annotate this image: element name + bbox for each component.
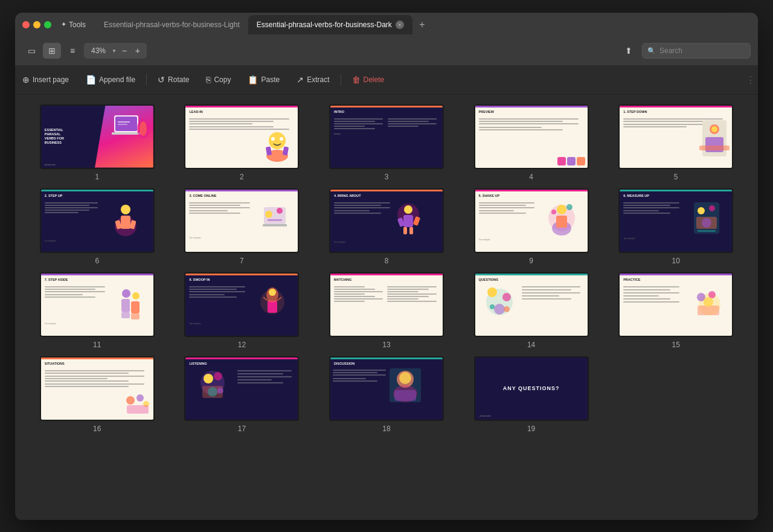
- slide-item: DISCUSSION: [319, 356, 454, 433]
- overflow-menu[interactable]: ⋮: [743, 71, 758, 89]
- sidebar-icon: ▭: [28, 46, 36, 56]
- zoom-out-button[interactable]: −: [119, 45, 130, 56]
- svg-point-65: [708, 291, 716, 298]
- slide-thumbnail[interactable]: ANY QUESTIONS? phrasal verbs: [474, 356, 589, 421]
- slide-thumbnail[interactable]: QUESTIONS: [474, 272, 589, 337]
- svg-point-47: [122, 289, 130, 298]
- svg-point-73: [204, 374, 213, 383]
- svg-point-17: [711, 126, 717, 132]
- delete-button[interactable]: 🗑 Delete: [345, 71, 392, 89]
- svg-rect-2: [112, 132, 141, 135]
- copy-button[interactable]: ⎘ Copy: [199, 71, 238, 89]
- zoom-control: 43% ▼ − +: [84, 43, 147, 59]
- svg-rect-20: [121, 216, 130, 229]
- insert-page-button[interactable]: ⊕ Insert page: [15, 71, 76, 89]
- slide-thumbnail[interactable]: SITUATIONS: [40, 356, 155, 421]
- slide-number: 19: [527, 425, 535, 433]
- svg-point-26: [277, 208, 283, 214]
- append-file-icon: 📄: [86, 75, 96, 85]
- slide-thumbnail[interactable]: 8. SWOOP IN: [184, 272, 299, 337]
- svg-rect-48: [121, 299, 130, 312]
- slide-thumbnail[interactable]: ESSENTIALPHRASALVERBS FORBUSINESS: [40, 104, 155, 169]
- slide-number: 8: [385, 257, 389, 265]
- svg-rect-38: [556, 216, 567, 228]
- svg-point-55: [269, 289, 276, 296]
- rotate-icon: ↺: [158, 75, 165, 85]
- tools-section: ✦ Tools: [61, 21, 86, 29]
- slide-number: 11: [93, 341, 101, 349]
- grid-view-button[interactable]: ⊞: [43, 43, 61, 59]
- maximize-button[interactable]: [44, 21, 51, 28]
- extract-button[interactable]: ↗ Extract: [289, 71, 336, 89]
- slide-thumbnail[interactable]: 7. STEP ASIDE: [40, 272, 155, 337]
- svg-rect-34: [409, 227, 413, 234]
- slide-item: LISTENING: [175, 356, 310, 433]
- slide-number: 4: [529, 173, 533, 181]
- slide-item: 4. BRING ABOUT: [319, 188, 454, 265]
- delete-icon: 🗑: [352, 75, 361, 85]
- traffic-lights: [22, 21, 51, 28]
- slide-thumbnail[interactable]: MATCHING: [329, 272, 444, 337]
- insert-page-icon: ⊕: [22, 75, 30, 85]
- svg-point-43: [709, 205, 715, 211]
- slide-thumbnail[interactable]: LEAD-IN: [184, 104, 299, 169]
- divider-1: [146, 74, 147, 86]
- content-area: ESSENTIALPHRASALVERBS FORBUSINESS: [15, 95, 758, 520]
- toolbar: ▭ ⊞ ≡ 43% ▼ − + ⬆ 🔍: [15, 37, 758, 66]
- rotate-button[interactable]: ↺ Rotate: [150, 71, 196, 89]
- zoom-value: 43%: [88, 46, 109, 55]
- append-file-button[interactable]: 📄 Append file: [79, 71, 143, 89]
- slide-number: 15: [672, 341, 680, 349]
- svg-point-62: [490, 304, 495, 309]
- slide-thumbnail[interactable]: 3. COME ONLINE: [184, 188, 299, 253]
- list-view-button[interactable]: ≡: [63, 43, 82, 59]
- tab-light-label: Essential-phrasal-verbs-for-business-Lig…: [104, 21, 240, 29]
- slide-thumbnail[interactable]: DISCUSSION: [329, 356, 444, 421]
- search-box: 🔍: [642, 43, 751, 59]
- paste-button[interactable]: 📋 Paste: [240, 71, 287, 89]
- svg-point-10: [280, 137, 283, 141]
- svg-rect-11: [266, 146, 272, 155]
- slide-item: 3. COME ONLINE: [175, 188, 310, 265]
- svg-point-67: [704, 297, 713, 307]
- share-button[interactable]: ⬆: [620, 43, 637, 59]
- add-tab-button[interactable]: +: [415, 18, 429, 32]
- zoom-in-button[interactable]: +: [132, 45, 143, 56]
- extract-icon: ↗: [297, 75, 304, 85]
- svg-rect-12: [283, 146, 289, 155]
- slide-thumbnail[interactable]: 4. BRING ABOUT: [329, 188, 444, 253]
- sidebar-toggle-button[interactable]: ▭: [22, 43, 40, 59]
- minimize-button[interactable]: [33, 21, 40, 28]
- svg-rect-24: [263, 224, 287, 226]
- share-icon: ⬆: [625, 46, 632, 56]
- slide-thumbnail[interactable]: 1. STEP DOWN: [618, 104, 733, 169]
- slide-thumbnail[interactable]: PRACTICE: [618, 272, 733, 337]
- tab-close-icon[interactable]: ×: [396, 21, 404, 29]
- slide-thumbnail[interactable]: 2. STEP UP: [40, 188, 155, 253]
- search-input[interactable]: [659, 46, 745, 55]
- tab-dark[interactable]: Essential-phrasal-verbs-for-business-Dar…: [248, 15, 412, 34]
- close-button[interactable]: [22, 21, 30, 28]
- tools-label[interactable]: Tools: [69, 21, 86, 29]
- slide-thumbnail[interactable]: INTRO: [329, 104, 444, 169]
- svg-rect-52: [131, 313, 140, 319]
- svg-rect-3: [118, 121, 130, 123]
- toolbar-right: ⬆ 🔍: [620, 43, 751, 59]
- svg-point-29: [404, 205, 412, 214]
- slide-item: 1. STEP DOWN: [608, 104, 743, 181]
- slide-thumbnail[interactable]: 5. SHAKE UP: [474, 188, 589, 253]
- extract-label: Extract: [307, 75, 329, 84]
- svg-point-25: [265, 211, 272, 218]
- svg-rect-82: [394, 390, 416, 401]
- slide-item: MATCHING: [319, 272, 454, 349]
- slide-thumbnail[interactable]: 6. MEASURE UP: [618, 188, 733, 253]
- insert-page-label: Insert page: [33, 75, 69, 84]
- svg-point-42: [698, 207, 705, 214]
- tab-light[interactable]: Essential-phrasal-verbs-for-business-Lig…: [95, 15, 248, 34]
- svg-rect-50: [131, 301, 140, 313]
- slide-thumbnail[interactable]: PREVIEW: [474, 104, 589, 169]
- svg-rect-33: [403, 227, 407, 234]
- slide-number: 12: [238, 341, 246, 349]
- slide-thumbnail[interactable]: LISTENING: [184, 356, 299, 421]
- list-icon: ≡: [70, 46, 75, 56]
